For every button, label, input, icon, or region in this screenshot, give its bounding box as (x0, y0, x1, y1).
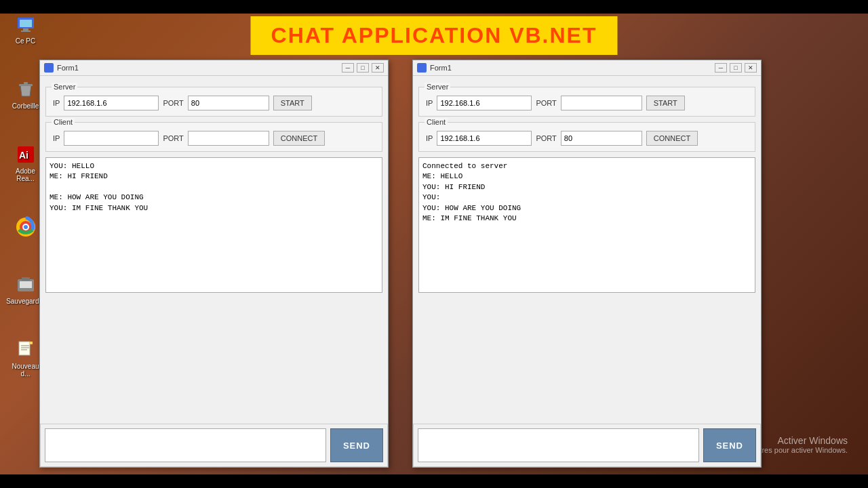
adobe-icon: Ai (15, 144, 37, 165)
send-btn-left[interactable]: SEND (330, 428, 383, 462)
window-title-right: Form1 (430, 64, 452, 72)
window-icon-right (417, 63, 427, 73)
titlebar-right: Form1 ─ □ ✕ (413, 60, 761, 76)
black-bar-top (0, 0, 868, 14)
window-controls-right: ─ □ ✕ (715, 63, 757, 73)
icon-adobe[interactable]: Ai Adobe Rea... (7, 144, 44, 182)
ip-input-left[interactable] (64, 96, 159, 110)
ip-input-right[interactable] (437, 96, 532, 110)
icon-chrome[interactable] (7, 216, 44, 240)
icon-nouveau[interactable]: Nouveau d... (7, 339, 44, 378)
window-icon-left (44, 63, 54, 73)
port-input-right[interactable] (561, 96, 642, 110)
client-label-right: Client (425, 118, 448, 126)
chrome-icon (15, 216, 37, 238)
minimize-btn-left[interactable]: ─ (342, 63, 354, 73)
titlebar-left: Form1 ─ □ ✕ (40, 60, 388, 76)
maximize-btn-right[interactable]: □ (730, 63, 742, 73)
client-ip-label-left: IP (53, 134, 60, 142)
corbeille-icon (15, 79, 37, 100)
send-btn-right[interactable]: SEND (703, 428, 756, 462)
client-port-input-left[interactable] (188, 131, 269, 146)
minimize-btn-right[interactable]: ─ (715, 63, 727, 73)
port-input-left[interactable] (188, 96, 269, 110)
icon-adobe-label: Adobe Rea... (7, 167, 44, 182)
icon-nouveau-label: Nouveau d... (7, 363, 44, 378)
client-row-right: IP PORT CONNECT (426, 131, 748, 146)
svg-rect-1 (20, 20, 32, 27)
icon-corbeille[interactable]: Corbeille (7, 79, 44, 110)
svg-rect-2 (23, 28, 28, 30)
client-port-input-right[interactable] (561, 131, 642, 146)
icon-ce-pc-label: Ce PC (16, 37, 35, 45)
send-area-right: SEND (413, 424, 761, 467)
backup-icon (15, 274, 37, 296)
window-controls-left: ─ □ ✕ (342, 63, 384, 73)
client-section-left: Client IP PORT CONNECT (45, 122, 382, 152)
client-port-label-left: PORT (163, 134, 183, 142)
svg-rect-14 (22, 277, 30, 281)
close-btn-left[interactable]: ✕ (372, 63, 384, 73)
server-row-right: IP PORT START (426, 96, 748, 110)
server-section-left: Server IP PORT START (45, 87, 382, 117)
client-row-left: IP PORT CONNECT (53, 131, 375, 146)
svg-rect-15 (19, 342, 30, 355)
server-row-left: IP PORT START (53, 96, 375, 110)
svg-rect-4 (19, 84, 33, 86)
start-btn-right[interactable]: START (646, 96, 685, 110)
form-window-left: Form1 ─ □ ✕ Server IP PORT START Client … (39, 60, 389, 468)
server-label-right: Server (425, 83, 450, 91)
close-btn-right[interactable]: ✕ (745, 63, 757, 73)
client-section-right: Client IP PORT CONNECT (418, 122, 755, 152)
client-ip-input-left[interactable] (64, 131, 159, 146)
client-ip-label-right: IP (426, 134, 433, 142)
window-content-right: Server IP PORT START Client IP PORT CONN… (413, 76, 761, 298)
send-area-left: SEND (40, 424, 388, 467)
title-banner: CHAT APPLICATION VB.NET (251, 16, 618, 55)
client-ip-input-right[interactable] (437, 131, 532, 146)
chat-display-right: Connected to serverME: HELLOYOU: HI FRIE… (418, 157, 755, 293)
send-input-left[interactable] (45, 428, 326, 462)
client-port-label-right: PORT (536, 134, 556, 142)
title-left-group: Form1 (44, 63, 79, 73)
icon-ce-pc[interactable]: Ce PC (7, 14, 44, 45)
connect-btn-right[interactable]: CONNECT (646, 131, 698, 146)
svg-rect-17 (30, 342, 33, 344)
server-section-right: Server IP PORT START (418, 87, 755, 117)
svg-text:Ai: Ai (19, 150, 28, 161)
svg-rect-13 (20, 281, 32, 288)
nouveau-icon (15, 339, 37, 361)
icon-corbeille-label: Corbeille (12, 102, 39, 110)
ip-label-right: IP (426, 99, 433, 107)
chat-content-left: YOU: HELLOME: HI FRIENDME: HOW ARE YOU D… (50, 161, 378, 214)
client-label-left: Client (52, 118, 75, 126)
start-btn-left[interactable]: START (273, 96, 312, 110)
connect-btn-left[interactable]: CONNECT (273, 131, 325, 146)
svg-rect-5 (24, 82, 28, 84)
send-input-right[interactable] (418, 428, 699, 462)
port-label-right: PORT (536, 99, 556, 107)
window-content-left: Server IP PORT START Client IP PORT CONN… (40, 76, 388, 298)
title-text: CHAT APPLICATION VB.NET (271, 23, 597, 47)
ce-pc-icon (15, 14, 37, 35)
window-title-left: Form1 (57, 64, 79, 72)
black-bar-bottom (0, 474, 868, 488)
desktop-icons: Ce PC Corbeille Ai Adobe Rea... (7, 14, 44, 378)
chat-content-right: Connected to serverME: HELLOYOU: HI FRIE… (422, 161, 751, 224)
title-right-group: Form1 (417, 63, 452, 73)
form-window-right: Form1 ─ □ ✕ Server IP PORT START Client … (412, 60, 762, 468)
svg-rect-3 (21, 30, 31, 32)
server-label-left: Server (52, 83, 77, 91)
chat-display-left: YOU: HELLOME: HI FRIENDME: HOW ARE YOU D… (45, 157, 382, 293)
port-label-left: PORT (163, 99, 183, 107)
maximize-btn-left[interactable]: □ (357, 63, 369, 73)
ip-label-left: IP (53, 99, 60, 107)
svg-point-11 (24, 225, 28, 229)
icon-backup[interactable]: Sauvegard... (7, 274, 44, 305)
